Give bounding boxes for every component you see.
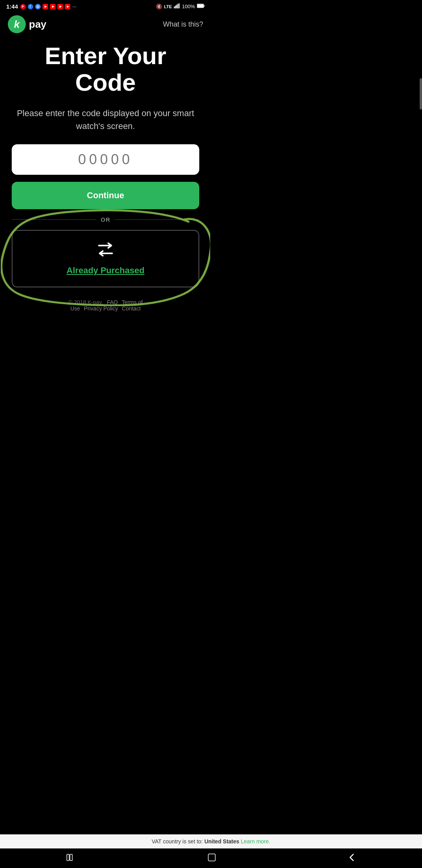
youtube-icon-3 (57, 4, 63, 9)
logo-k-letter: k (14, 19, 20, 29)
footer-copyright: © 2018 K-pay. (68, 299, 103, 305)
svg-rect-22 (204, 5, 205, 7)
or-divider: OR (12, 216, 199, 223)
code-input-wrapper (12, 144, 199, 175)
battery-percentage: 100% (182, 4, 195, 9)
svg-rect-17 (176, 5, 177, 9)
svg-text:P: P (22, 5, 24, 8)
repeat-icon (96, 242, 115, 261)
or-line-left (12, 219, 96, 220)
logo-circle: k (8, 15, 26, 33)
status-bar: 1:44 P f ··· 🔇 LTE 10 (0, 0, 211, 11)
main-content: Enter Your Code Please enter the code di… (0, 43, 211, 316)
already-purchased-box[interactable]: Already Purchased (12, 230, 199, 287)
footer-terms[interactable]: Terms of (122, 299, 143, 305)
svg-text:f: f (30, 5, 31, 8)
mute-icon: 🔇 (156, 4, 162, 9)
footer-privacy[interactable]: Privacy Policy (84, 305, 118, 312)
signal-icon (174, 3, 180, 10)
notification-icons: P f ··· (20, 4, 77, 9)
svg-point-6 (37, 6, 39, 7)
chrome-icon (35, 4, 41, 9)
svg-rect-16 (175, 5, 176, 8)
pinterest-icon: P (20, 4, 26, 9)
facebook-icon: f (28, 4, 33, 9)
continue-button[interactable]: Continue (12, 182, 199, 209)
more-dots-icon: ··· (72, 4, 77, 9)
svg-rect-21 (197, 4, 203, 7)
page-title: Enter Your Code (12, 43, 199, 96)
or-line-right (115, 219, 199, 220)
what-is-this-link[interactable]: What is this? (163, 20, 203, 29)
footer-faq[interactable]: FAQ (107, 299, 118, 305)
svg-rect-15 (174, 7, 175, 9)
code-input[interactable] (20, 151, 191, 168)
or-text: OR (101, 216, 111, 223)
logo-area: k pay (8, 15, 46, 33)
status-right: 🔇 LTE 100% (156, 3, 205, 10)
status-time: 1:44 (6, 3, 18, 10)
battery-icon (197, 4, 205, 9)
logo-pay-text: pay (29, 18, 46, 30)
app-header: k pay What is this? (0, 11, 211, 39)
svg-rect-18 (177, 4, 178, 8)
already-purchased-label[interactable]: Already Purchased (66, 265, 144, 276)
footer-use[interactable]: Use (70, 305, 80, 312)
youtube-icon-1 (43, 4, 48, 9)
status-left: 1:44 P f ··· (6, 3, 77, 10)
svg-rect-19 (179, 4, 180, 9)
footer: © 2018 K-pay. FAQ Terms of Use Privacy P… (12, 299, 199, 316)
youtube-icon-2 (50, 4, 55, 9)
youtube-icon-4 (65, 4, 70, 9)
lte-icon: LTE (164, 4, 172, 9)
footer-contact[interactable]: Contact (122, 305, 141, 312)
page-subtitle: Please enter the code displayed on your … (12, 107, 199, 133)
